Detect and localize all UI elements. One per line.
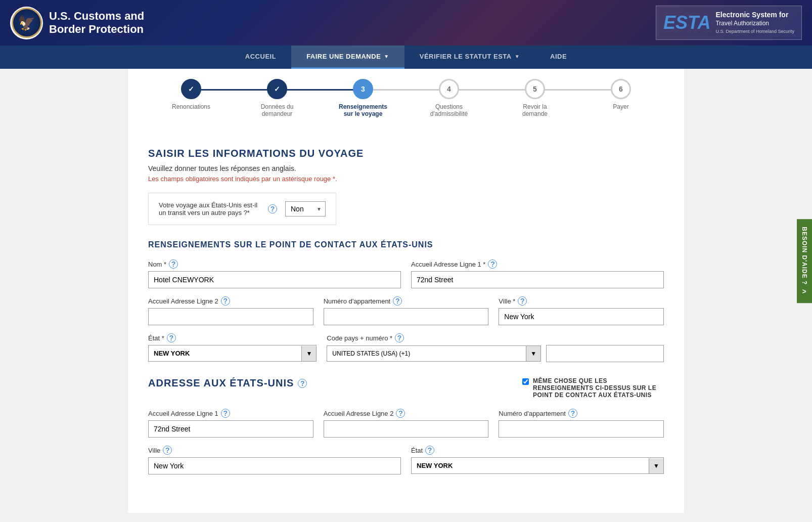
us-etat-select[interactable]: NEW YORK bbox=[412, 458, 649, 473]
step-3-circle: 3 bbox=[353, 79, 373, 99]
us-address-row-1: Accueil Adresse Ligne 1 ? Accueil Adress… bbox=[148, 409, 664, 438]
contact-etat-select[interactable]: NEW YORK bbox=[149, 345, 301, 361]
step-5-circle: 5 bbox=[525, 79, 545, 99]
etat-select-arrow-icon[interactable]: ▼ bbox=[301, 346, 316, 361]
contact-nom-label: Nom * ? bbox=[148, 259, 401, 269]
phone-country-arrow-icon[interactable]: ▼ bbox=[526, 346, 540, 361]
nav-verifier-arrow: ▼ bbox=[515, 54, 520, 59]
contact-adresse2-label: Accueil Adresse Ligne 2 ? bbox=[148, 296, 313, 306]
step-6-circle: 6 bbox=[611, 79, 631, 99]
side-help-label: BESOIN D'AIDE ? bbox=[801, 227, 808, 285]
nav-accueil[interactable]: ACCUEIL bbox=[230, 46, 291, 69]
us-etat-group: État ? NEW YORK ▼ bbox=[411, 446, 664, 474]
us-address-title: ADRESSE AUX ÉTATS-UNIS bbox=[148, 377, 294, 389]
us-apt-group: Numéro d'appartement ? bbox=[499, 409, 664, 438]
us-address-help-icon[interactable]: ? bbox=[298, 379, 307, 388]
us-address-section: ADRESSE AUX ÉTATS-UNIS ? MÊME CHOSE QUE … bbox=[148, 377, 664, 474]
esta-logo-box: ESTA Electronic System for Travel Author… bbox=[656, 6, 802, 39]
required-note: Les champs obligatoires sont indiqués pa… bbox=[148, 175, 664, 183]
phone-country-select[interactable]: UNITED STATES (USA) (+1) bbox=[327, 346, 526, 361]
contact-row-1: Nom * ? Accueil Adresse Ligne 1 * ? bbox=[148, 259, 664, 288]
phone-input-row: UNITED STATES (USA) (+1) ▼ bbox=[327, 345, 664, 362]
us-etat-help-icon[interactable]: ? bbox=[425, 446, 434, 455]
step-5-label: Revoir la demande bbox=[510, 103, 560, 117]
contact-ville-label: Ville * ? bbox=[499, 296, 664, 306]
contact-ville-group: Ville * ? bbox=[499, 296, 664, 325]
side-help-panel[interactable]: BESOIN D'AIDE ? > bbox=[797, 219, 812, 303]
contact-section-title: RENSEIGNEMENTS SUR LE POINT DE CONTACT A… bbox=[148, 240, 664, 249]
esta-text: Electronic System for Travel Authorizati… bbox=[715, 10, 794, 35]
apt-help-icon[interactable]: ? bbox=[393, 296, 402, 306]
us-adresse1-input[interactable] bbox=[148, 420, 313, 438]
phone-country-wrapper: UNITED STATES (USA) (+1) ▼ bbox=[327, 345, 541, 362]
same-checkbox-label: MÊME CHOSE QUE LES RENSEIGNEMENTS CI-DES… bbox=[533, 377, 664, 399]
us-address-title-group: ADRESSE AUX ÉTATS-UNIS ? bbox=[148, 377, 307, 389]
main-nav: ACCUEIL FAIRE UNE DEMANDE ▼ VÉRIFIER LE … bbox=[0, 46, 812, 69]
agency-branding: 🦅 U.S. Customs and Border Protection bbox=[10, 7, 144, 39]
progress-stepper: ✓ Renonciations ✓ Données du demandeur 3… bbox=[128, 69, 684, 133]
us-ville-help-icon[interactable]: ? bbox=[163, 446, 172, 455]
contact-apt-input[interactable] bbox=[324, 308, 489, 325]
nav-verifier-statut[interactable]: VÉRIFIER LE STATUT ESTA ▼ bbox=[404, 46, 535, 69]
step-2: ✓ Données du demandeur bbox=[234, 79, 320, 117]
us-adresse2-input[interactable] bbox=[324, 420, 489, 438]
page-header: 🦅 U.S. Customs and Border Protection EST… bbox=[0, 0, 812, 46]
seal-eagle-icon: 🦅 bbox=[18, 15, 35, 31]
etat-help-icon[interactable]: ? bbox=[167, 333, 176, 342]
transit-question-box: Votre voyage aux États-Unis est-il un tr… bbox=[148, 193, 336, 225]
contact-nom-group: Nom * ? bbox=[148, 259, 401, 288]
contact-adresse1-group: Accueil Adresse Ligne 1 * ? bbox=[411, 259, 664, 288]
nav-aide[interactable]: AIDE bbox=[535, 46, 582, 69]
contact-row-3: État * ? NEW YORK ▼ Code pays + numéro *… bbox=[148, 333, 664, 362]
us-adresse1-label: Accueil Adresse Ligne 1 ? bbox=[148, 409, 313, 418]
adresse2-help-icon[interactable]: ? bbox=[221, 296, 230, 306]
us-ville-input[interactable] bbox=[148, 457, 401, 474]
us-etat-arrow-icon[interactable]: ▼ bbox=[649, 458, 663, 473]
ville-help-icon[interactable]: ? bbox=[518, 296, 527, 306]
us-address-row-2: Ville ? État ? NEW YORK ▼ bbox=[148, 446, 664, 474]
step-3-label: Renseignements sur le voyage bbox=[338, 103, 388, 117]
step-5: 5 Revoir la demande bbox=[492, 79, 578, 117]
nav-faire-demande[interactable]: FAIRE UNE DEMANDE ▼ bbox=[291, 46, 404, 69]
step-6-label: Payer bbox=[613, 103, 628, 110]
step-2-label: Données du demandeur bbox=[252, 103, 302, 117]
transit-help-icon[interactable]: ? bbox=[268, 204, 277, 213]
agency-name: U.S. Customs and Border Protection bbox=[49, 10, 144, 36]
adresse1-help-icon[interactable]: ? bbox=[488, 259, 497, 269]
contact-phone-group: Code pays + numéro * ? UNITED STATES (US… bbox=[327, 333, 664, 362]
nom-help-icon[interactable]: ? bbox=[169, 259, 178, 269]
page-subtitle: Veuillez donner toutes les réponses en a… bbox=[148, 164, 664, 172]
contact-nom-input[interactable] bbox=[148, 271, 401, 288]
phone-help-icon[interactable]: ? bbox=[395, 333, 404, 342]
step-4: 4 Questions d'admissibilité bbox=[406, 79, 492, 117]
esta-e-letter: ESTA bbox=[663, 12, 710, 33]
us-adresse1-help-icon[interactable]: ? bbox=[221, 409, 230, 418]
same-checkbox-group: MÊME CHOSE QUE LES RENSEIGNEMENTS CI-DES… bbox=[522, 377, 664, 399]
page-title: SAISIR LES INFORMATIONS DU VOYAGE bbox=[148, 148, 664, 159]
us-etat-label: État ? bbox=[411, 446, 664, 455]
transit-question-label: Votre voyage aux États-Unis est-il un tr… bbox=[159, 201, 260, 216]
us-apt-label: Numéro d'appartement ? bbox=[499, 409, 664, 418]
step-1-label: Renonciations bbox=[172, 103, 210, 110]
transit-select[interactable]: Non Oui bbox=[285, 201, 326, 216]
contact-row-2: Accueil Adresse Ligne 2 ? Numéro d'appar… bbox=[148, 296, 664, 325]
us-ville-group: Ville ? bbox=[148, 446, 401, 474]
us-adresse2-help-icon[interactable]: ? bbox=[396, 409, 405, 418]
phone-number-input[interactable] bbox=[546, 345, 664, 362]
contact-ville-input[interactable] bbox=[499, 308, 664, 325]
agency-title: U.S. Customs and Border Protection bbox=[49, 10, 144, 36]
us-adresse1-group: Accueil Adresse Ligne 1 ? bbox=[148, 409, 313, 438]
contact-apt-group: Numéro d'appartement ? bbox=[324, 296, 489, 325]
us-apt-help-icon[interactable]: ? bbox=[568, 409, 577, 418]
contact-phone-label: Code pays + numéro * ? bbox=[327, 333, 664, 342]
contact-adresse2-input[interactable] bbox=[148, 308, 313, 325]
us-etat-select-wrapper: NEW YORK ▼ bbox=[411, 457, 664, 474]
nav-faire-demande-arrow: ▼ bbox=[384, 54, 389, 59]
us-ville-label: Ville ? bbox=[148, 446, 401, 455]
transit-select-wrapper: Non Oui ▼ bbox=[285, 201, 326, 216]
esta-logo: ESTA Electronic System for Travel Author… bbox=[656, 6, 802, 39]
contact-adresse1-input[interactable] bbox=[411, 271, 664, 288]
step-4-circle: 4 bbox=[439, 79, 459, 99]
same-checkbox-input[interactable] bbox=[522, 378, 529, 385]
us-apt-input[interactable] bbox=[499, 420, 664, 438]
